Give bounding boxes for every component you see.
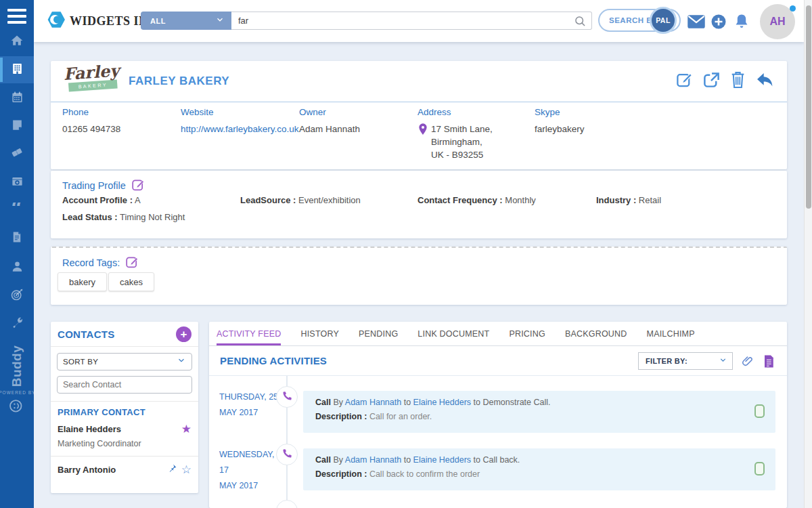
online-status-dot [790,5,796,12]
lead-status-value: Timing Not Right [120,212,185,222]
tab-history[interactable]: HISTORY [300,329,339,345]
address-line1: 17 Smith Lane, Birmingham, [431,124,493,147]
contact-row: Elaine Hedders ★ [58,422,191,436]
pal-badge[interactable]: PAL [650,7,677,34]
description-label: Description : [315,412,367,421]
sidebar-item-camera[interactable] [0,169,34,196]
address-label: Address [418,107,533,117]
sidebar-item-contacts[interactable] [0,254,34,281]
home-icon [10,34,24,50]
sidebar-item-calendar[interactable] [0,85,34,112]
tab-pricing[interactable]: PRICING [509,329,545,345]
sort-by-dropdown[interactable]: SORT BY [57,353,192,371]
activity-date: WEDNESDAY, 17MAY 2017 [219,447,281,494]
back-icon[interactable] [755,70,775,91]
sidebar-item-notes[interactable] [0,112,34,140]
menu-icon[interactable] [7,9,26,24]
tab-pending[interactable]: PENDING [359,329,398,345]
contact-frequency-field: Contact Frequency : Monthly [418,195,536,205]
lead-source-value: Event/exhibition [298,195,361,205]
company-logo-script: Farley [63,62,122,83]
owner-value: Adam Hannath [299,123,360,135]
share-record-icon[interactable] [702,70,721,91]
activity-action: to Demonstrate Call. [474,398,551,407]
sidebar-item-home[interactable] [0,28,34,56]
mail-icon[interactable] [687,14,706,32]
quote-icon: “ [11,203,22,217]
tab-activity-feed[interactable]: ACTIVITY FEED [217,329,281,345]
star-outline-icon[interactable]: ☆ [181,463,191,477]
contact-search-input[interactable] [58,377,191,393]
activity-panel: ACTIVITY FEED HISTORY PENDING LINK DOCUM… [209,322,787,508]
sidebar: “ POWERED BY Buddy [0,0,34,508]
building-icon [11,62,24,78]
search-icon[interactable] [573,14,587,31]
website-label: Website [181,107,299,117]
lead-status-field: Lead Status : Timing Not Right [62,212,185,222]
sidebar-item-targets[interactable] [0,282,34,310]
global-search [231,12,592,30]
edit-record-tags-icon[interactable] [125,255,139,271]
document-filter-icon[interactable] [763,354,775,371]
activity-type: Call [315,455,331,465]
contact-frequency-label: Contact Frequency : [418,195,503,205]
add-contact-button[interactable]: + [176,326,191,342]
tag-chip[interactable]: bakery [58,272,107,291]
contact-name-link[interactable]: Elaine Hedders [58,424,121,434]
hexagon-logo-icon [46,9,66,33]
global-search-input[interactable] [231,12,591,29]
edit-record-icon[interactable] [675,70,694,91]
field-address: Address 17 Smith Lane, Birmingham,UK - B… [418,107,533,161]
sort-by-value: SORT BY [63,358,98,366]
activity-action: to Call back. [474,455,520,465]
notifications-bell-icon[interactable] [734,13,750,33]
website-link[interactable]: http://www.farleybakery.co.uk [181,123,299,135]
activity-by-link[interactable]: Adam Hannath [345,398,401,407]
complete-checkbox[interactable] [754,404,765,418]
attachment-icon[interactable] [741,354,754,371]
sidebar-item-quotes[interactable]: “ [0,196,34,224]
contact-name-link[interactable]: Barry Antonio [58,465,116,475]
scrollbar [804,0,812,508]
sidebar-item-documents[interactable] [0,225,34,252]
primary-contact-label: PRIMARY CONTACT [58,407,145,417]
description-label: Description : [315,469,367,479]
delete-record-icon[interactable] [729,70,746,91]
account-profile-field: Account Profile : A [62,195,141,205]
industry-label: Industry : [596,195,636,205]
avatar-initials: AH [769,16,785,28]
industry-field: Industry : Retail [596,195,661,205]
company-card: Farley BAKERY FARLEY BAKERY Phone 01265 … [51,61,787,169]
map-pin-icon [418,123,428,161]
ticket-icon [10,146,24,162]
page-title: FARLEY BAKERY [129,75,229,88]
note-icon [11,119,24,134]
phone-value: 01265 494738 [62,123,120,135]
tab-mailchimp[interactable]: MAILCHIMP [647,329,695,345]
activity-by-link[interactable]: Adam Hannath [345,455,401,465]
filter-by-dropdown[interactable]: FILTER BY: [638,352,733,370]
contact-role: Marketing Coordinator [58,439,141,448]
sidebar-item-tools[interactable] [0,310,34,337]
tab-background[interactable]: BACKGROUND [565,329,627,345]
complete-checkbox[interactable] [754,462,765,475]
field-skype: Skype farleybakery [535,107,585,135]
scrollbar-thumb[interactable] [806,5,811,209]
description-text: Call for an order. [369,412,432,421]
tab-link-document[interactable]: LINK DOCUMENT [418,329,489,345]
divider [51,456,198,457]
skype-label: Skype [535,107,585,117]
sidebar-item-company[interactable] [0,56,34,83]
tag-chip[interactable]: cakes [108,272,154,291]
star-filled-icon[interactable]: ★ [181,422,191,436]
sidebar-item-tickets[interactable] [0,140,34,167]
edit-trading-profile-icon[interactable] [131,177,145,194]
search-scope-dropdown[interactable]: ALL [141,12,231,30]
add-icon[interactable] [710,14,727,33]
by-label: By [333,455,343,465]
pushpin-icon[interactable] [167,463,177,476]
activity-to-link[interactable]: Elaine Hedders [413,398,471,407]
record-actions [675,70,775,91]
activity-date: THURSDAY, 25MAY 2017 [219,389,281,421]
activity-to-link[interactable]: Elaine Hedders [413,455,471,465]
